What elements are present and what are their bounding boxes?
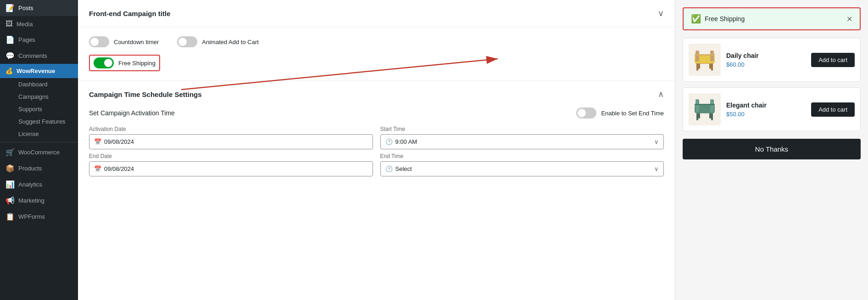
settings-panel: Front-end Campaign title ∨ Countdown tim…: [78, 0, 675, 300]
chair-elegant-svg: [691, 96, 718, 123]
marketing-icon: 📢: [6, 196, 15, 205]
sidebar-item-analytics[interactable]: 📊 Analytics: [0, 176, 78, 192]
sidebar-item-campaigns[interactable]: Campaigns: [13, 91, 78, 103]
add-to-cart-button-1[interactable]: Add to cart: [811, 53, 855, 67]
activation-time-row: Set Campaign Activation Time Enable to S…: [89, 108, 664, 119]
sidebar-item-wpforms[interactable]: 📋 WPForms: [0, 209, 78, 225]
sidebar-item-license[interactable]: License: [13, 128, 78, 140]
main-area: Front-end Campaign title ∨ Countdown tim…: [78, 0, 868, 300]
banner-content: ✅ Free Shipping: [691, 14, 745, 24]
sidebar: 📝 Posts 🖼 Media 📄 Pages 💬 Comments 💰 Wow…: [0, 0, 78, 300]
product-info-1: Daily chair $60.00: [726, 52, 806, 68]
media-icon: 🖼: [6, 20, 13, 28]
comments-icon: 💬: [6, 51, 15, 60]
svg-rect-3: [711, 63, 713, 71]
campaign-time-heading: Campaign Time Schedule Settings: [89, 91, 202, 98]
end-date-input[interactable]: 📅 09/08/2024: [89, 161, 373, 176]
product-name-1: Daily chair: [726, 52, 806, 59]
end-time-slider: [576, 108, 596, 119]
end-time-toggle[interactable]: [576, 108, 596, 119]
frontend-title-chevron: ∨: [658, 8, 664, 18]
product-price-1: $60.00: [726, 61, 806, 68]
woocommerce-icon: 🛒: [6, 148, 15, 157]
countdown-timer-toggle-item: Countdown timer: [89, 36, 159, 47]
sidebar-item-wowrevenue[interactable]: 💰 WowRevenue: [0, 64, 78, 78]
activation-date-input[interactable]: 📅 09/08/2024: [89, 134, 373, 149]
start-time-chevron: ∨: [654, 138, 659, 145]
sidebar-item-suggest[interactable]: Suggest Features: [13, 115, 78, 128]
product-card-1: Daily chair $60.00 Add to cart: [683, 38, 861, 82]
svg-rect-13: [698, 113, 700, 119]
countdown-timer-toggle[interactable]: [89, 36, 109, 47]
posts-icon: 📝: [6, 4, 15, 12]
svg-rect-6: [696, 51, 699, 62]
svg-rect-16: [710, 99, 714, 112]
analytics-icon: 📊: [6, 180, 15, 189]
free-shipping-box: Free Shipping: [89, 55, 160, 71]
svg-rect-14: [709, 113, 711, 119]
svg-rect-17: [695, 104, 715, 105]
frontend-title-section[interactable]: Front-end Campaign title ∨: [78, 0, 675, 27]
free-shipping-banner: ✅ Free Shipping ✕: [683, 7, 861, 30]
free-shipping-toggle-item: Free Shipping: [94, 57, 156, 68]
close-button[interactable]: ✕: [846, 15, 852, 23]
sidebar-item-marketing[interactable]: 📢 Marketing: [0, 192, 78, 209]
end-date-col: End Date 📅 09/08/2024: [89, 153, 373, 176]
product-name-2: Elegant chair: [726, 102, 806, 109]
product-card-2: Elegant chair $50.00 Add to cart: [683, 87, 861, 131]
product-price-2: $50.00: [726, 111, 806, 118]
campaign-time-chevron: ∧: [658, 89, 664, 99]
svg-rect-2: [696, 63, 698, 71]
product-image-2: [689, 93, 721, 125]
check-circle-icon: ✅: [691, 14, 701, 24]
sidebar-item-dashboard[interactable]: Dashboard: [13, 78, 78, 91]
end-calendar-icon: 📅: [94, 165, 101, 172]
animated-cart-slider: [177, 36, 197, 47]
sidebar-item-media[interactable]: 🖼 Media: [0, 16, 78, 32]
end-clock-icon: 🕐: [385, 165, 393, 172]
sidebar-item-comments[interactable]: 💬 Comments: [0, 48, 78, 64]
clock-icon: 🕐: [385, 138, 393, 145]
svg-rect-15: [696, 99, 699, 112]
campaign-time-header[interactable]: Campaign Time Schedule Settings ∧: [78, 81, 675, 108]
campaign-time-section: Campaign Time Schedule Settings ∧ Set Ca…: [78, 80, 675, 195]
countdown-timer-slider: [89, 36, 109, 47]
svg-rect-11: [696, 113, 698, 120]
svg-rect-4: [698, 63, 700, 69]
end-time-field-label: End Time: [380, 153, 664, 159]
preview-panel: ✅ Free Shipping ✕: [675, 0, 868, 300]
start-time-col: Start Time 🕐 9:00 AM ∨: [380, 126, 664, 149]
frontend-title-heading: Front-end Campaign title: [89, 10, 171, 17]
free-shipping-slider: [94, 57, 114, 68]
animated-cart-toggle[interactable]: [177, 36, 197, 47]
no-thanks-button[interactable]: No Thanks: [683, 139, 861, 159]
toggle-group: Countdown timer Animated Add to Cart: [89, 36, 664, 47]
sidebar-item-pages[interactable]: 📄 Pages: [0, 32, 78, 48]
date-time-grid: Activation Date 📅 09/08/2024 Start Time …: [89, 126, 664, 176]
toggles-section: Countdown timer Animated Add to Cart: [78, 27, 675, 80]
end-time-col: End Time 🕐 Select ∨: [380, 153, 664, 176]
activation-date-col: Activation Date 📅 09/08/2024: [89, 126, 373, 149]
calendar-icon: 📅: [94, 138, 101, 145]
end-date-label: End Date: [89, 153, 373, 159]
start-time-select[interactable]: 🕐 9:00 AM ∨: [380, 134, 664, 149]
wpforms-icon: 📋: [6, 212, 15, 221]
countdown-timer-label: Countdown timer: [114, 39, 159, 45]
campaign-body: Set Campaign Activation Time Enable to S…: [78, 108, 675, 195]
svg-rect-5: [709, 63, 711, 69]
end-time-select[interactable]: 🕐 Select ∨: [380, 161, 664, 176]
end-time-label: Enable to Set End Time: [601, 110, 664, 117]
start-time-label: Start Time: [380, 126, 664, 132]
sidebar-item-posts[interactable]: 📝 Posts: [0, 0, 78, 16]
banner-text: Free Shipping: [705, 15, 745, 23]
free-shipping-toggle[interactable]: [94, 57, 114, 68]
sidebar-item-products[interactable]: 📦 Products: [0, 160, 78, 176]
activation-date-label: Activation Date: [89, 126, 373, 132]
product-info-2: Elegant chair $50.00: [726, 102, 806, 118]
activation-time-label: Set Campaign Activation Time: [89, 109, 175, 117]
pages-icon: 📄: [6, 35, 15, 44]
add-to-cart-button-2[interactable]: Add to cart: [811, 102, 855, 117]
sidebar-item-woocommerce[interactable]: 🛒 WooCommerce: [0, 144, 78, 160]
sidebar-item-supports[interactable]: Supports: [13, 103, 78, 115]
svg-rect-7: [710, 51, 714, 62]
